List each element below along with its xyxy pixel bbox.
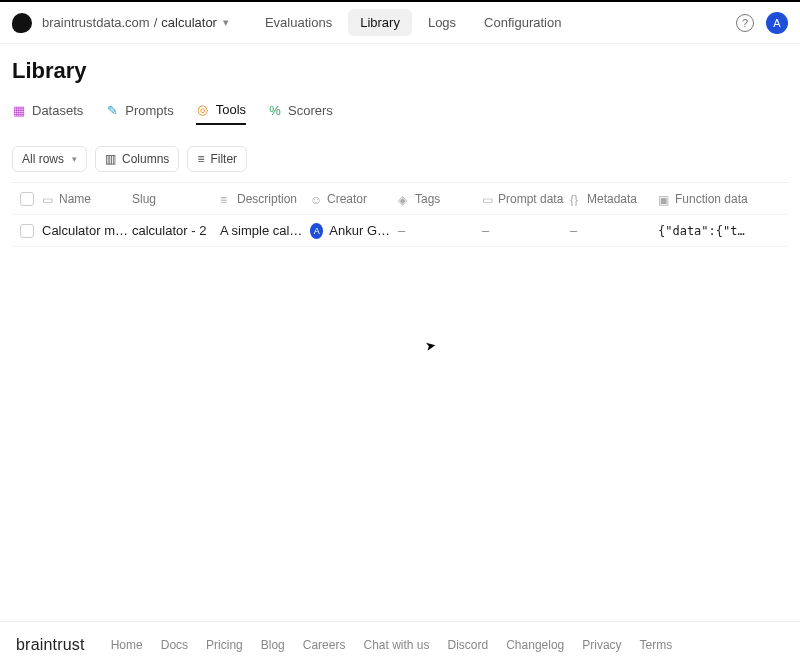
col-name[interactable]: ▭Name [42,192,132,206]
select-all-checkbox[interactable] [20,192,34,206]
topbar-right: ? A [736,12,788,34]
datasets-icon: ▦ [12,104,26,118]
filter-icon: ≡ [197,152,204,166]
breadcrumb-sep: / [154,15,158,30]
tab-tools[interactable]: ◎ Tools [196,102,246,125]
footer-link-careers[interactable]: Careers [303,638,346,652]
library-subtabs: ▦ Datasets ✎ Prompts ◎ Tools % Scorers [12,102,788,132]
page-body: Library ▦ Datasets ✎ Prompts ◎ Tools % S… [0,44,800,247]
col-creator[interactable]: ☺Creator [310,192,398,206]
footer-link-privacy[interactable]: Privacy [582,638,621,652]
page-title: Library [12,58,788,84]
cell-prompt-data: – [482,223,570,238]
help-icon[interactable]: ? [736,14,754,32]
table-row[interactable]: Calculator m… calculator - 2 A simple ca… [12,215,788,247]
tab-datasets[interactable]: ▦ Datasets [12,102,83,125]
tab-datasets-label: Datasets [32,103,83,118]
table-toolbar: All rows ▾ ▥ Columns ≡ Filter [12,146,788,172]
col-metadata[interactable]: {}Metadata [570,192,658,206]
nav-configuration[interactable]: Configuration [472,9,573,36]
footer-link-docs[interactable]: Docs [161,638,188,652]
filter-label: Filter [210,152,237,166]
footer-link-blog[interactable]: Blog [261,638,285,652]
chevron-down-icon[interactable]: ▾ [223,16,229,29]
topbar: braintrustdata.com / calculator ▾ Evalua… [0,0,800,44]
cell-creator: A Ankur G… [310,223,398,239]
tab-prompts[interactable]: ✎ Prompts [105,102,173,125]
filter-button[interactable]: ≡ Filter [187,146,247,172]
chat-icon: ▭ [482,193,493,205]
footer-link-changelog[interactable]: Changelog [506,638,564,652]
prompts-icon: ✎ [105,104,119,118]
tab-prompts-label: Prompts [125,103,173,118]
breadcrumb-project: calculator [161,15,217,30]
scorers-icon: % [268,104,282,118]
code-icon: ▣ [658,193,670,205]
allrows-label: All rows [22,152,64,166]
creator-name: Ankur G… [329,223,390,238]
breadcrumb[interactable]: braintrustdata.com / calculator ▾ [42,15,229,30]
nav-logs[interactable]: Logs [416,9,468,36]
footer-brand: braintrust [16,636,85,654]
tag-icon: ◈ [398,193,410,205]
footer-link-discord[interactable]: Discord [448,638,489,652]
tab-scorers-label: Scorers [288,103,333,118]
footer-link-chat[interactable]: Chat with us [363,638,429,652]
columns-label: Columns [122,152,169,166]
nav-library[interactable]: Library [348,9,412,36]
col-function-data[interactable]: ▣Function data [658,192,768,206]
columns-button[interactable]: ▥ Columns [95,146,179,172]
tools-icon: ◎ [196,103,210,117]
footer-link-home[interactable]: Home [111,638,143,652]
user-avatar[interactable]: A [766,12,788,34]
cell-description: A simple cal… [220,223,310,238]
col-prompt-data[interactable]: ▭Prompt data [482,192,570,206]
cell-name: Calculator m… [42,223,132,238]
cell-function-data: {"data":{"t… [658,224,768,238]
footer-link-pricing[interactable]: Pricing [206,638,243,652]
col-slug[interactable]: Slug [132,192,220,206]
logo-icon [12,13,32,33]
mouse-cursor-icon: ➤ [424,337,437,354]
creator-avatar: A [310,223,323,239]
breadcrumb-org: braintrustdata.com [42,15,150,30]
col-description[interactable]: ≡Description [220,192,310,206]
table-header: ▭Name Slug ≡Description ☺Creator ◈Tags ▭… [12,183,788,215]
text-icon: ▭ [42,193,54,205]
allrows-button[interactable]: All rows ▾ [12,146,87,172]
footer-link-terms[interactable]: Terms [640,638,673,652]
nav-evaluations[interactable]: Evaluations [253,9,344,36]
cell-tags: – [398,223,482,238]
tools-table: ▭Name Slug ≡Description ☺Creator ◈Tags ▭… [12,182,788,247]
text-icon: ≡ [220,193,232,205]
top-nav: Evaluations Library Logs Configuration [253,9,574,36]
row-checkbox[interactable] [20,224,34,238]
columns-icon: ▥ [105,152,116,166]
user-icon: ☺ [310,193,322,205]
cell-slug: calculator - 2 [132,223,220,238]
chevron-down-icon: ▾ [72,154,77,164]
footer: braintrust Home Docs Pricing Blog Career… [0,621,800,668]
tab-tools-label: Tools [216,102,246,117]
col-tags[interactable]: ◈Tags [398,192,482,206]
braces-icon: {} [570,193,582,205]
tab-scorers[interactable]: % Scorers [268,102,333,125]
cell-metadata: – [570,223,658,238]
